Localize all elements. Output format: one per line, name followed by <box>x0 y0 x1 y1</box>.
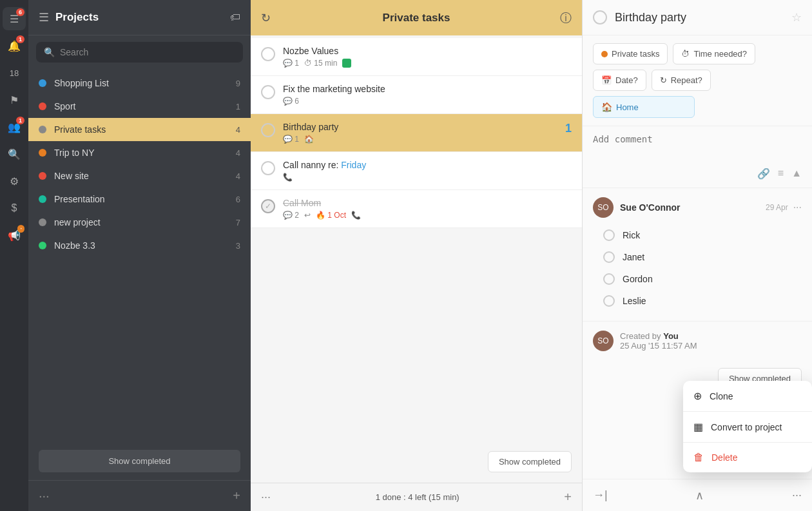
task-checkbox-checked[interactable]: ✓ <box>261 199 275 213</box>
star-icon[interactable]: ☆ <box>791 10 802 24</box>
project-item-sport[interactable]: Sport 1 <box>28 95 251 118</box>
project-item-private[interactable]: Private tasks 4 <box>28 118 251 141</box>
task-detail-checkbox[interactable] <box>593 10 607 24</box>
task-item[interactable]: Fix the marketing website 💬 6 <box>251 76 582 114</box>
task-list-footer: ··· 1 done : 4 left (15 min) + <box>251 483 582 511</box>
footer-stats: 1 done : 4 left (15 min) <box>376 492 459 502</box>
refresh-icon[interactable]: ↻ <box>261 11 271 25</box>
project-count: 4 <box>236 148 240 158</box>
comment-icon: 💬 6 <box>283 97 299 106</box>
project-chip[interactable]: Private tasks <box>593 43 668 64</box>
notifications-badge: 1 <box>16 35 24 43</box>
project-item-newproject[interactable]: new project 7 <box>28 211 251 234</box>
sidebar-item-flag[interactable]: ⚑ <box>3 88 26 111</box>
home-chip[interactable]: 🏠 Home <box>593 96 695 118</box>
collapse-icon[interactable]: ∧ <box>695 488 704 503</box>
home-icon: 🏠 <box>304 135 314 144</box>
project-name: Nozbe 3.3 <box>54 240 236 251</box>
sidebar-item-team[interactable]: 👥 1 <box>3 115 26 139</box>
convert-icon: ▦ <box>693 421 703 433</box>
task-checkbox[interactable] <box>261 47 275 61</box>
project-name: Trip to NY <box>54 148 236 158</box>
icon-bar: ☰ 6 🔔 1 18 ⚑ 👥 1 🔍 ⚙ $ 📢 · <box>0 0 28 511</box>
task-content: Nozbe Values 💬 1 ⏱ 15 min <box>283 46 572 68</box>
task-checkbox[interactable] <box>261 161 275 175</box>
checklist-radio[interactable] <box>603 229 615 241</box>
search-container: 🔍 <box>28 35 251 69</box>
checklist-label: Gordon <box>623 274 653 284</box>
task-list-title: Private tasks <box>383 12 450 24</box>
sidebar-item-notifications[interactable]: 🔔 1 <box>3 34 26 57</box>
info-icon[interactable]: ⓘ <box>560 10 572 26</box>
task-content: Fix the marketing website 💬 6 <box>283 84 572 106</box>
footer-plus[interactable]: + <box>564 490 572 505</box>
project-count: 6 <box>236 195 240 204</box>
sidebar-item-calendar[interactable]: 18 <box>3 61 26 84</box>
move-to-project-icon[interactable]: →| <box>593 488 608 502</box>
link-icon[interactable]: 🔗 <box>757 168 770 180</box>
created-author: You <box>663 331 679 341</box>
project-item-shopping[interactable]: Shopping List 9 <box>28 72 251 95</box>
date-chip-label: Date? <box>615 75 638 85</box>
footer-dots[interactable]: ··· <box>261 490 271 504</box>
task-item[interactable]: Nozbe Values 💬 1 ⏱ 15 min <box>251 38 582 76</box>
repeat-chip[interactable]: ↻ Repeat? <box>652 70 711 91</box>
search-input[interactable] <box>60 47 235 57</box>
avatar: SO <box>593 197 614 218</box>
task-detail-meta: Private tasks ⏱ Time needed? 📅 Date? ↻ R… <box>583 35 812 126</box>
sidebar-item-megaphone[interactable]: 📢 · <box>3 224 26 247</box>
time-chip[interactable]: ⏱ Time needed? <box>673 43 755 64</box>
checklist-radio[interactable] <box>603 273 615 285</box>
task-item-completed[interactable]: ✓ Call Mom 💬 2 ↩ 🔥 1 Oct 📞 <box>251 190 582 228</box>
repeat-chip-label: Repeat? <box>671 75 702 85</box>
sidebar-item-search[interactable]: 🔍 <box>3 142 26 166</box>
checklist-item: Rick <box>593 224 802 246</box>
project-name: Presentation <box>54 194 236 204</box>
task-title: Call nanny re: Friday <box>283 160 572 170</box>
megaphone-badge: · <box>17 225 24 233</box>
task-checkbox[interactable] <box>261 85 275 99</box>
sidebar-dots-button[interactable]: ··· <box>39 488 50 503</box>
project-dot <box>39 102 46 110</box>
checklist-radio[interactable] <box>603 251 615 263</box>
task-meta: 💬 1 ⏱ 15 min <box>283 59 572 68</box>
project-item-newsite[interactable]: New site 4 <box>28 164 251 188</box>
detail-more-button[interactable]: ··· <box>792 488 802 502</box>
sidebar-item-dollar[interactable]: $ <box>3 197 26 220</box>
context-menu-convert[interactable]: ▦ Convert to project <box>683 412 812 442</box>
date-chip[interactable]: 📅 Date? <box>593 70 646 91</box>
sidebar-bottom: ··· + <box>28 480 251 511</box>
show-completed-sidebar-button[interactable]: Show completed <box>39 450 240 472</box>
task-item-selected[interactable]: Birthday party 💬 1 🏠 1 <box>251 114 582 152</box>
created-entry: SO Created by You 25 Aug '15 11:57 AM <box>583 322 812 360</box>
sidebar-plus-button[interactable]: + <box>233 488 240 503</box>
context-menu-delete[interactable]: 🗑 Delete <box>683 443 812 472</box>
project-item-trip[interactable]: Trip to NY 4 <box>28 141 251 164</box>
comment-input[interactable] <box>593 134 802 160</box>
task-meta: 💬 1 🏠 <box>283 135 565 144</box>
task-item[interactable]: Call nanny re: Friday 📞 <box>251 152 582 190</box>
dollar-icon: $ <box>12 202 17 214</box>
project-name: Private tasks <box>54 124 236 135</box>
task-priority-badge: 1 <box>565 122 572 135</box>
project-name: New site <box>54 171 236 181</box>
search-box: 🔍 <box>36 42 243 63</box>
project-dot <box>39 242 46 249</box>
project-item-presentation[interactable]: Presentation 6 <box>28 188 251 211</box>
context-menu-clone[interactable]: ⊕ Clone <box>683 381 812 411</box>
list-icon[interactable]: ≡ <box>778 168 784 180</box>
sidebar-item-projects[interactable]: ☰ 6 <box>3 7 26 30</box>
checklist-radio[interactable] <box>603 295 615 307</box>
sidebar-item-settings[interactable]: ⚙ <box>3 169 26 193</box>
task-checkbox[interactable] <box>261 123 275 137</box>
upload-icon[interactable]: ▲ <box>791 168 802 180</box>
show-completed-middle-container: Show completed <box>251 441 582 483</box>
project-list: Shopping List 9 Sport 1 Private tasks 4 … <box>28 69 251 445</box>
comment-more-button[interactable]: ··· <box>793 202 802 213</box>
show-completed-middle-button[interactable]: Show completed <box>488 451 572 472</box>
task-detail-title: Birthday party <box>615 11 791 24</box>
checklist-item: Janet <box>593 246 802 268</box>
project-dot <box>39 172 46 180</box>
task-content: Birthday party 💬 1 🏠 <box>283 122 565 144</box>
project-item-nozbe[interactable]: Nozbe 3.3 3 <box>28 234 251 257</box>
